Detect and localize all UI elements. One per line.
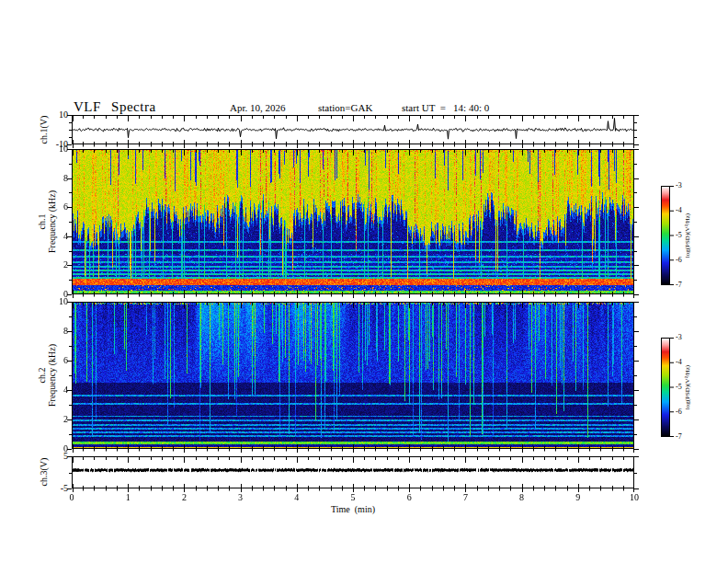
- y-tick: [69, 316, 72, 317]
- x-tick-label: 10: [620, 493, 648, 502]
- colorbar-tick-label: -4: [676, 207, 682, 214]
- x-tick-label: 3: [227, 493, 255, 502]
- figure-title: VLF Spectra: [74, 99, 156, 115]
- colorbar-tick-label: -4: [676, 359, 682, 366]
- y-tick: [634, 251, 637, 252]
- x-tick-label: 4: [283, 493, 311, 502]
- y-tick: [634, 207, 639, 208]
- start-ut-label: start UT = 14: 40: 0: [402, 102, 489, 113]
- y-tick-label: 6: [37, 202, 68, 212]
- y-tick: [634, 434, 637, 435]
- x-tick-label: 1: [114, 493, 142, 502]
- y-tick: [69, 346, 72, 347]
- x-tick-label: 9: [564, 493, 592, 502]
- y-tick: [69, 375, 72, 376]
- y-tick: [634, 149, 639, 150]
- ch1-wave-ymax-label: 10: [37, 110, 68, 120]
- colorbar-tick-label: -5: [676, 384, 682, 391]
- colorbar2-canvas: [661, 338, 675, 438]
- y-tick-label: 6: [37, 356, 68, 365]
- y-tick: [634, 192, 637, 193]
- y-tick-label: 4: [37, 385, 68, 395]
- ch1-spectrogram-canvas: [72, 149, 634, 300]
- y-tick: [69, 405, 72, 406]
- y-tick-label: 0: [37, 444, 68, 454]
- y-tick: [69, 137, 72, 138]
- y-tick: [69, 192, 72, 193]
- colorbar1-canvas: [661, 186, 675, 286]
- y-tick: [69, 251, 72, 252]
- y-tick-label: 10: [37, 144, 68, 154]
- y-tick: [634, 265, 639, 266]
- y-tick: [634, 144, 639, 145]
- figure-date: Apr. 10, 2026: [230, 102, 286, 113]
- y-tick: [69, 473, 72, 474]
- y-tick: [634, 405, 637, 406]
- y-tick: [634, 449, 639, 450]
- y-tick: [634, 115, 639, 116]
- y-tick: [634, 122, 637, 123]
- y-tick: [634, 419, 639, 420]
- y-tick: [634, 456, 639, 457]
- y-tick-label: 2: [37, 260, 68, 270]
- colorbar1-unit-label: log(PSD)(V²/Hz): [684, 213, 691, 258]
- ch2-frequency-label: Frequency (kHz): [47, 344, 57, 407]
- ch2-spec-axis-title: ch.2 Frequency (kHz): [37, 344, 57, 407]
- colorbar-tick-label: -5: [676, 232, 682, 239]
- colorbar-tick-label: -6: [676, 408, 682, 416]
- ch1-waveform-canvas: [72, 115, 634, 150]
- y-tick-label: 4: [37, 232, 68, 241]
- ch2-spectrogram-canvas: [72, 302, 634, 454]
- y-tick-label: 8: [37, 327, 68, 336]
- y-tick: [634, 316, 637, 317]
- ch1-spec-axis-title: ch.1 Frequency (kHz): [37, 190, 57, 253]
- ch3-waveform-canvas: [72, 456, 634, 494]
- y-tick: [634, 473, 637, 474]
- vlf-spectra-figure: VLF Spectra Apr. 10, 2026 station=GAK st…: [0, 0, 728, 563]
- station-label: station=GAK: [318, 102, 372, 113]
- y-tick: [634, 294, 639, 295]
- x-tick-label: 5: [339, 493, 367, 502]
- y-tick: [69, 130, 72, 131]
- y-tick-label: 8: [37, 174, 68, 183]
- y-tick: [69, 222, 72, 223]
- x-tick-label: 8: [508, 493, 536, 502]
- y-tick: [634, 137, 637, 138]
- y-tick: [67, 115, 72, 116]
- x-tick-label: 7: [451, 493, 479, 502]
- ch3-wave-axis-title: ch.3(V): [39, 458, 49, 487]
- y-tick: [634, 375, 637, 376]
- x-axis-title: Time (min): [307, 505, 399, 514]
- colorbar2-unit-label: log(PSD)(V²/Hz): [684, 365, 691, 409]
- colorbar-tick-label: -3: [676, 182, 682, 190]
- y-tick: [634, 488, 639, 489]
- colorbar-tick-label: -7: [676, 433, 682, 441]
- y-tick: [67, 488, 72, 489]
- y-tick: [634, 164, 637, 165]
- y-tick: [634, 236, 639, 237]
- y-tick: [67, 456, 72, 457]
- y-tick: [69, 122, 72, 123]
- x-tick-label: 6: [395, 493, 423, 502]
- y-tick: [634, 331, 639, 332]
- y-tick: [69, 434, 72, 435]
- ch2-label: ch.2: [37, 344, 47, 407]
- y-tick: [634, 361, 639, 362]
- y-tick-label: 2: [37, 415, 68, 424]
- x-tick-label: 2: [170, 493, 198, 502]
- y-tick: [69, 164, 72, 165]
- y-tick: [634, 280, 637, 281]
- colorbar-tick-label: -6: [676, 257, 682, 264]
- colorbar-tick-label: -3: [676, 334, 682, 341]
- ch1-frequency-label: Frequency (kHz): [47, 190, 57, 253]
- y-tick: [634, 130, 637, 131]
- y-tick: [634, 178, 639, 179]
- y-tick: [634, 390, 639, 391]
- y-tick: [634, 222, 637, 223]
- y-tick-label: 10: [37, 297, 68, 306]
- colorbar-tick-label: -7: [676, 282, 682, 289]
- y-tick: [634, 302, 639, 303]
- y-tick: [69, 280, 72, 281]
- ch1-label: ch.1: [37, 190, 47, 253]
- x-tick-label: 0: [58, 493, 85, 502]
